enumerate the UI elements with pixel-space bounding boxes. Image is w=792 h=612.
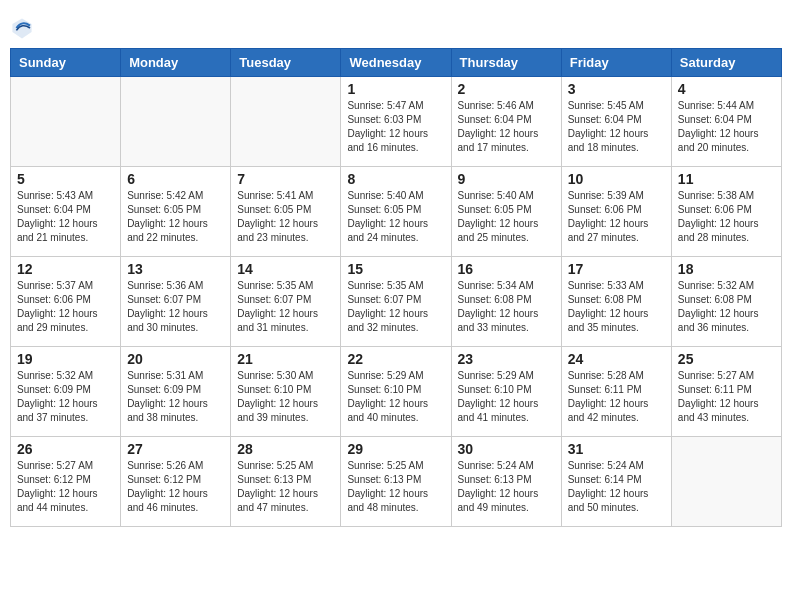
day-info: Sunrise: 5:36 AMSunset: 6:07 PMDaylight:… bbox=[127, 279, 224, 335]
col-friday: Friday bbox=[561, 49, 671, 77]
header-row: Sunday Monday Tuesday Wednesday Thursday… bbox=[11, 49, 782, 77]
day-number: 17 bbox=[568, 261, 665, 277]
day-number: 29 bbox=[347, 441, 444, 457]
day-info: Sunrise: 5:31 AMSunset: 6:09 PMDaylight:… bbox=[127, 369, 224, 425]
table-cell: 6Sunrise: 5:42 AMSunset: 6:05 PMDaylight… bbox=[121, 167, 231, 257]
table-cell: 16Sunrise: 5:34 AMSunset: 6:08 PMDayligh… bbox=[451, 257, 561, 347]
table-cell bbox=[671, 437, 781, 527]
table-cell: 23Sunrise: 5:29 AMSunset: 6:10 PMDayligh… bbox=[451, 347, 561, 437]
day-info: Sunrise: 5:25 AMSunset: 6:13 PMDaylight:… bbox=[347, 459, 444, 515]
day-info: Sunrise: 5:27 AMSunset: 6:12 PMDaylight:… bbox=[17, 459, 114, 515]
day-info: Sunrise: 5:25 AMSunset: 6:13 PMDaylight:… bbox=[237, 459, 334, 515]
day-info: Sunrise: 5:34 AMSunset: 6:08 PMDaylight:… bbox=[458, 279, 555, 335]
day-number: 26 bbox=[17, 441, 114, 457]
day-info: Sunrise: 5:29 AMSunset: 6:10 PMDaylight:… bbox=[458, 369, 555, 425]
day-info: Sunrise: 5:24 AMSunset: 6:14 PMDaylight:… bbox=[568, 459, 665, 515]
col-thursday: Thursday bbox=[451, 49, 561, 77]
day-info: Sunrise: 5:33 AMSunset: 6:08 PMDaylight:… bbox=[568, 279, 665, 335]
table-cell: 20Sunrise: 5:31 AMSunset: 6:09 PMDayligh… bbox=[121, 347, 231, 437]
table-cell: 5Sunrise: 5:43 AMSunset: 6:04 PMDaylight… bbox=[11, 167, 121, 257]
day-info: Sunrise: 5:24 AMSunset: 6:13 PMDaylight:… bbox=[458, 459, 555, 515]
day-number: 2 bbox=[458, 81, 555, 97]
page-header bbox=[10, 10, 782, 40]
day-number: 19 bbox=[17, 351, 114, 367]
day-info: Sunrise: 5:41 AMSunset: 6:05 PMDaylight:… bbox=[237, 189, 334, 245]
day-info: Sunrise: 5:43 AMSunset: 6:04 PMDaylight:… bbox=[17, 189, 114, 245]
day-number: 28 bbox=[237, 441, 334, 457]
day-info: Sunrise: 5:39 AMSunset: 6:06 PMDaylight:… bbox=[568, 189, 665, 245]
table-cell bbox=[121, 77, 231, 167]
day-number: 30 bbox=[458, 441, 555, 457]
day-info: Sunrise: 5:45 AMSunset: 6:04 PMDaylight:… bbox=[568, 99, 665, 155]
day-number: 12 bbox=[17, 261, 114, 277]
table-cell: 13Sunrise: 5:36 AMSunset: 6:07 PMDayligh… bbox=[121, 257, 231, 347]
day-number: 7 bbox=[237, 171, 334, 187]
day-number: 5 bbox=[17, 171, 114, 187]
col-wednesday: Wednesday bbox=[341, 49, 451, 77]
table-cell: 11Sunrise: 5:38 AMSunset: 6:06 PMDayligh… bbox=[671, 167, 781, 257]
day-info: Sunrise: 5:44 AMSunset: 6:04 PMDaylight:… bbox=[678, 99, 775, 155]
day-number: 6 bbox=[127, 171, 224, 187]
day-number: 24 bbox=[568, 351, 665, 367]
day-number: 11 bbox=[678, 171, 775, 187]
day-number: 18 bbox=[678, 261, 775, 277]
table-cell: 1Sunrise: 5:47 AMSunset: 6:03 PMDaylight… bbox=[341, 77, 451, 167]
day-number: 23 bbox=[458, 351, 555, 367]
day-info: Sunrise: 5:47 AMSunset: 6:03 PMDaylight:… bbox=[347, 99, 444, 155]
day-number: 20 bbox=[127, 351, 224, 367]
table-cell: 28Sunrise: 5:25 AMSunset: 6:13 PMDayligh… bbox=[231, 437, 341, 527]
day-number: 13 bbox=[127, 261, 224, 277]
table-cell: 22Sunrise: 5:29 AMSunset: 6:10 PMDayligh… bbox=[341, 347, 451, 437]
day-number: 3 bbox=[568, 81, 665, 97]
table-cell: 19Sunrise: 5:32 AMSunset: 6:09 PMDayligh… bbox=[11, 347, 121, 437]
table-cell: 17Sunrise: 5:33 AMSunset: 6:08 PMDayligh… bbox=[561, 257, 671, 347]
table-cell: 15Sunrise: 5:35 AMSunset: 6:07 PMDayligh… bbox=[341, 257, 451, 347]
logo bbox=[10, 16, 38, 40]
table-cell: 12Sunrise: 5:37 AMSunset: 6:06 PMDayligh… bbox=[11, 257, 121, 347]
table-cell: 9Sunrise: 5:40 AMSunset: 6:05 PMDaylight… bbox=[451, 167, 561, 257]
day-info: Sunrise: 5:42 AMSunset: 6:05 PMDaylight:… bbox=[127, 189, 224, 245]
day-number: 21 bbox=[237, 351, 334, 367]
table-cell bbox=[231, 77, 341, 167]
table-cell: 24Sunrise: 5:28 AMSunset: 6:11 PMDayligh… bbox=[561, 347, 671, 437]
table-cell: 27Sunrise: 5:26 AMSunset: 6:12 PMDayligh… bbox=[121, 437, 231, 527]
day-info: Sunrise: 5:40 AMSunset: 6:05 PMDaylight:… bbox=[458, 189, 555, 245]
day-number: 8 bbox=[347, 171, 444, 187]
day-info: Sunrise: 5:32 AMSunset: 6:08 PMDaylight:… bbox=[678, 279, 775, 335]
col-saturday: Saturday bbox=[671, 49, 781, 77]
day-info: Sunrise: 5:40 AMSunset: 6:05 PMDaylight:… bbox=[347, 189, 444, 245]
table-cell: 18Sunrise: 5:32 AMSunset: 6:08 PMDayligh… bbox=[671, 257, 781, 347]
table-cell: 4Sunrise: 5:44 AMSunset: 6:04 PMDaylight… bbox=[671, 77, 781, 167]
day-number: 27 bbox=[127, 441, 224, 457]
table-cell: 31Sunrise: 5:24 AMSunset: 6:14 PMDayligh… bbox=[561, 437, 671, 527]
day-number: 9 bbox=[458, 171, 555, 187]
day-info: Sunrise: 5:30 AMSunset: 6:10 PMDaylight:… bbox=[237, 369, 334, 425]
day-number: 15 bbox=[347, 261, 444, 277]
week-row-1: 1Sunrise: 5:47 AMSunset: 6:03 PMDaylight… bbox=[11, 77, 782, 167]
week-row-3: 12Sunrise: 5:37 AMSunset: 6:06 PMDayligh… bbox=[11, 257, 782, 347]
day-info: Sunrise: 5:26 AMSunset: 6:12 PMDaylight:… bbox=[127, 459, 224, 515]
day-number: 1 bbox=[347, 81, 444, 97]
day-number: 16 bbox=[458, 261, 555, 277]
table-cell bbox=[11, 77, 121, 167]
table-cell: 26Sunrise: 5:27 AMSunset: 6:12 PMDayligh… bbox=[11, 437, 121, 527]
table-cell: 29Sunrise: 5:25 AMSunset: 6:13 PMDayligh… bbox=[341, 437, 451, 527]
table-cell: 21Sunrise: 5:30 AMSunset: 6:10 PMDayligh… bbox=[231, 347, 341, 437]
day-info: Sunrise: 5:27 AMSunset: 6:11 PMDaylight:… bbox=[678, 369, 775, 425]
day-number: 4 bbox=[678, 81, 775, 97]
table-cell: 2Sunrise: 5:46 AMSunset: 6:04 PMDaylight… bbox=[451, 77, 561, 167]
logo-icon bbox=[10, 16, 34, 40]
table-cell: 3Sunrise: 5:45 AMSunset: 6:04 PMDaylight… bbox=[561, 77, 671, 167]
day-number: 10 bbox=[568, 171, 665, 187]
day-number: 25 bbox=[678, 351, 775, 367]
day-number: 14 bbox=[237, 261, 334, 277]
calendar-table: Sunday Monday Tuesday Wednesday Thursday… bbox=[10, 48, 782, 527]
day-info: Sunrise: 5:29 AMSunset: 6:10 PMDaylight:… bbox=[347, 369, 444, 425]
col-sunday: Sunday bbox=[11, 49, 121, 77]
day-number: 31 bbox=[568, 441, 665, 457]
day-info: Sunrise: 5:38 AMSunset: 6:06 PMDaylight:… bbox=[678, 189, 775, 245]
week-row-4: 19Sunrise: 5:32 AMSunset: 6:09 PMDayligh… bbox=[11, 347, 782, 437]
day-info: Sunrise: 5:46 AMSunset: 6:04 PMDaylight:… bbox=[458, 99, 555, 155]
day-info: Sunrise: 5:35 AMSunset: 6:07 PMDaylight:… bbox=[237, 279, 334, 335]
table-cell: 14Sunrise: 5:35 AMSunset: 6:07 PMDayligh… bbox=[231, 257, 341, 347]
